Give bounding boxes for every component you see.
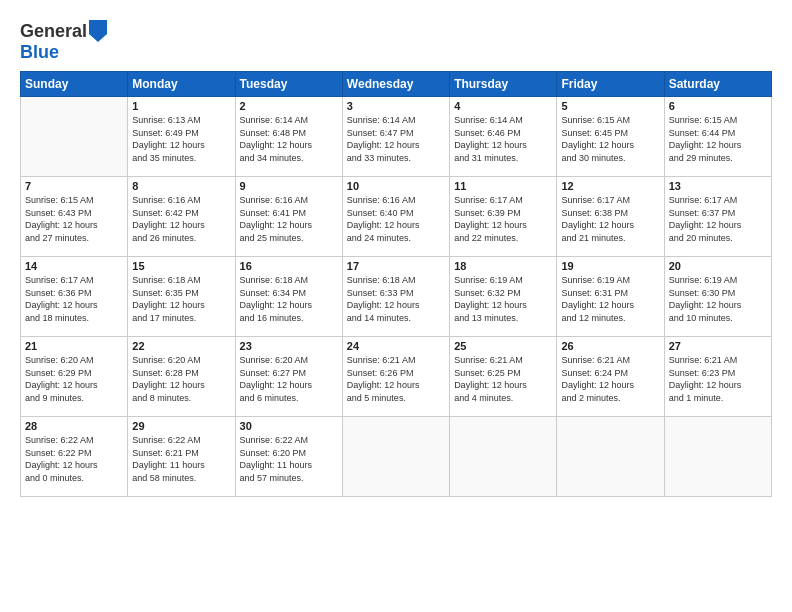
- day-cell: [21, 97, 128, 177]
- day-info: Sunrise: 6:15 AM Sunset: 6:44 PM Dayligh…: [669, 114, 767, 164]
- logo-blue-text: Blue: [20, 42, 59, 62]
- day-number: 1: [132, 100, 230, 112]
- day-info: Sunrise: 6:19 AM Sunset: 6:32 PM Dayligh…: [454, 274, 552, 324]
- day-cell: 23Sunrise: 6:20 AM Sunset: 6:27 PM Dayli…: [235, 337, 342, 417]
- day-number: 15: [132, 260, 230, 272]
- day-cell: 9Sunrise: 6:16 AM Sunset: 6:41 PM Daylig…: [235, 177, 342, 257]
- day-cell: 21Sunrise: 6:20 AM Sunset: 6:29 PM Dayli…: [21, 337, 128, 417]
- week-row-5: 28Sunrise: 6:22 AM Sunset: 6:22 PM Dayli…: [21, 417, 772, 497]
- day-cell: 30Sunrise: 6:22 AM Sunset: 6:20 PM Dayli…: [235, 417, 342, 497]
- day-info: Sunrise: 6:20 AM Sunset: 6:27 PM Dayligh…: [240, 354, 338, 404]
- day-number: 26: [561, 340, 659, 352]
- logo-icon: [89, 20, 107, 42]
- day-cell: 3Sunrise: 6:14 AM Sunset: 6:47 PM Daylig…: [342, 97, 449, 177]
- day-number: 22: [132, 340, 230, 352]
- day-cell: 15Sunrise: 6:18 AM Sunset: 6:35 PM Dayli…: [128, 257, 235, 337]
- header-cell-tuesday: Tuesday: [235, 72, 342, 97]
- day-info: Sunrise: 6:21 AM Sunset: 6:26 PM Dayligh…: [347, 354, 445, 404]
- header-row: SundayMondayTuesdayWednesdayThursdayFrid…: [21, 72, 772, 97]
- day-cell: 20Sunrise: 6:19 AM Sunset: 6:30 PM Dayli…: [664, 257, 771, 337]
- day-info: Sunrise: 6:14 AM Sunset: 6:46 PM Dayligh…: [454, 114, 552, 164]
- day-cell: 25Sunrise: 6:21 AM Sunset: 6:25 PM Dayli…: [450, 337, 557, 417]
- day-info: Sunrise: 6:13 AM Sunset: 6:49 PM Dayligh…: [132, 114, 230, 164]
- day-number: 7: [25, 180, 123, 192]
- day-number: 20: [669, 260, 767, 272]
- day-number: 19: [561, 260, 659, 272]
- day-info: Sunrise: 6:22 AM Sunset: 6:20 PM Dayligh…: [240, 434, 338, 484]
- day-cell: 22Sunrise: 6:20 AM Sunset: 6:28 PM Dayli…: [128, 337, 235, 417]
- day-info: Sunrise: 6:22 AM Sunset: 6:21 PM Dayligh…: [132, 434, 230, 484]
- day-info: Sunrise: 6:21 AM Sunset: 6:23 PM Dayligh…: [669, 354, 767, 404]
- day-info: Sunrise: 6:14 AM Sunset: 6:48 PM Dayligh…: [240, 114, 338, 164]
- day-number: 14: [25, 260, 123, 272]
- day-number: 29: [132, 420, 230, 432]
- calendar-table: SundayMondayTuesdayWednesdayThursdayFrid…: [20, 71, 772, 497]
- day-cell: 1Sunrise: 6:13 AM Sunset: 6:49 PM Daylig…: [128, 97, 235, 177]
- day-cell: 18Sunrise: 6:19 AM Sunset: 6:32 PM Dayli…: [450, 257, 557, 337]
- day-number: 3: [347, 100, 445, 112]
- day-cell: 28Sunrise: 6:22 AM Sunset: 6:22 PM Dayli…: [21, 417, 128, 497]
- day-number: 21: [25, 340, 123, 352]
- day-number: 18: [454, 260, 552, 272]
- week-row-3: 14Sunrise: 6:17 AM Sunset: 6:36 PM Dayli…: [21, 257, 772, 337]
- week-row-1: 1Sunrise: 6:13 AM Sunset: 6:49 PM Daylig…: [21, 97, 772, 177]
- day-info: Sunrise: 6:17 AM Sunset: 6:38 PM Dayligh…: [561, 194, 659, 244]
- day-cell: 26Sunrise: 6:21 AM Sunset: 6:24 PM Dayli…: [557, 337, 664, 417]
- day-info: Sunrise: 6:15 AM Sunset: 6:45 PM Dayligh…: [561, 114, 659, 164]
- day-cell: [664, 417, 771, 497]
- day-number: 16: [240, 260, 338, 272]
- day-number: 30: [240, 420, 338, 432]
- day-cell: 12Sunrise: 6:17 AM Sunset: 6:38 PM Dayli…: [557, 177, 664, 257]
- day-cell: 14Sunrise: 6:17 AM Sunset: 6:36 PM Dayli…: [21, 257, 128, 337]
- header-cell-thursday: Thursday: [450, 72, 557, 97]
- day-cell: 6Sunrise: 6:15 AM Sunset: 6:44 PM Daylig…: [664, 97, 771, 177]
- day-cell: 17Sunrise: 6:18 AM Sunset: 6:33 PM Dayli…: [342, 257, 449, 337]
- week-row-2: 7Sunrise: 6:15 AM Sunset: 6:43 PM Daylig…: [21, 177, 772, 257]
- day-cell: 19Sunrise: 6:19 AM Sunset: 6:31 PM Dayli…: [557, 257, 664, 337]
- day-info: Sunrise: 6:19 AM Sunset: 6:30 PM Dayligh…: [669, 274, 767, 324]
- day-cell: [450, 417, 557, 497]
- day-info: Sunrise: 6:21 AM Sunset: 6:25 PM Dayligh…: [454, 354, 552, 404]
- day-cell: 13Sunrise: 6:17 AM Sunset: 6:37 PM Dayli…: [664, 177, 771, 257]
- header-cell-sunday: Sunday: [21, 72, 128, 97]
- day-number: 9: [240, 180, 338, 192]
- day-info: Sunrise: 6:20 AM Sunset: 6:29 PM Dayligh…: [25, 354, 123, 404]
- day-info: Sunrise: 6:15 AM Sunset: 6:43 PM Dayligh…: [25, 194, 123, 244]
- calendar-header: SundayMondayTuesdayWednesdayThursdayFrid…: [21, 72, 772, 97]
- day-cell: 8Sunrise: 6:16 AM Sunset: 6:42 PM Daylig…: [128, 177, 235, 257]
- day-number: 10: [347, 180, 445, 192]
- header-cell-monday: Monday: [128, 72, 235, 97]
- day-info: Sunrise: 6:17 AM Sunset: 6:39 PM Dayligh…: [454, 194, 552, 244]
- svg-marker-0: [89, 20, 107, 42]
- day-number: 23: [240, 340, 338, 352]
- header: General Blue: [20, 16, 772, 63]
- logo-general-text: General: [20, 21, 87, 42]
- day-cell: 7Sunrise: 6:15 AM Sunset: 6:43 PM Daylig…: [21, 177, 128, 257]
- day-number: 13: [669, 180, 767, 192]
- day-info: Sunrise: 6:18 AM Sunset: 6:34 PM Dayligh…: [240, 274, 338, 324]
- day-number: 5: [561, 100, 659, 112]
- day-info: Sunrise: 6:16 AM Sunset: 6:42 PM Dayligh…: [132, 194, 230, 244]
- day-cell: 2Sunrise: 6:14 AM Sunset: 6:48 PM Daylig…: [235, 97, 342, 177]
- day-cell: 29Sunrise: 6:22 AM Sunset: 6:21 PM Dayli…: [128, 417, 235, 497]
- logo: General Blue: [20, 20, 105, 63]
- day-info: Sunrise: 6:18 AM Sunset: 6:35 PM Dayligh…: [132, 274, 230, 324]
- day-cell: [342, 417, 449, 497]
- day-cell: 27Sunrise: 6:21 AM Sunset: 6:23 PM Dayli…: [664, 337, 771, 417]
- day-info: Sunrise: 6:16 AM Sunset: 6:40 PM Dayligh…: [347, 194, 445, 244]
- day-cell: 16Sunrise: 6:18 AM Sunset: 6:34 PM Dayli…: [235, 257, 342, 337]
- header-cell-wednesday: Wednesday: [342, 72, 449, 97]
- day-number: 24: [347, 340, 445, 352]
- day-number: 12: [561, 180, 659, 192]
- day-number: 25: [454, 340, 552, 352]
- day-number: 17: [347, 260, 445, 272]
- day-info: Sunrise: 6:16 AM Sunset: 6:41 PM Dayligh…: [240, 194, 338, 244]
- day-number: 8: [132, 180, 230, 192]
- day-cell: 10Sunrise: 6:16 AM Sunset: 6:40 PM Dayli…: [342, 177, 449, 257]
- day-number: 28: [25, 420, 123, 432]
- day-info: Sunrise: 6:17 AM Sunset: 6:37 PM Dayligh…: [669, 194, 767, 244]
- day-number: 4: [454, 100, 552, 112]
- day-info: Sunrise: 6:17 AM Sunset: 6:36 PM Dayligh…: [25, 274, 123, 324]
- day-cell: 11Sunrise: 6:17 AM Sunset: 6:39 PM Dayli…: [450, 177, 557, 257]
- day-cell: [557, 417, 664, 497]
